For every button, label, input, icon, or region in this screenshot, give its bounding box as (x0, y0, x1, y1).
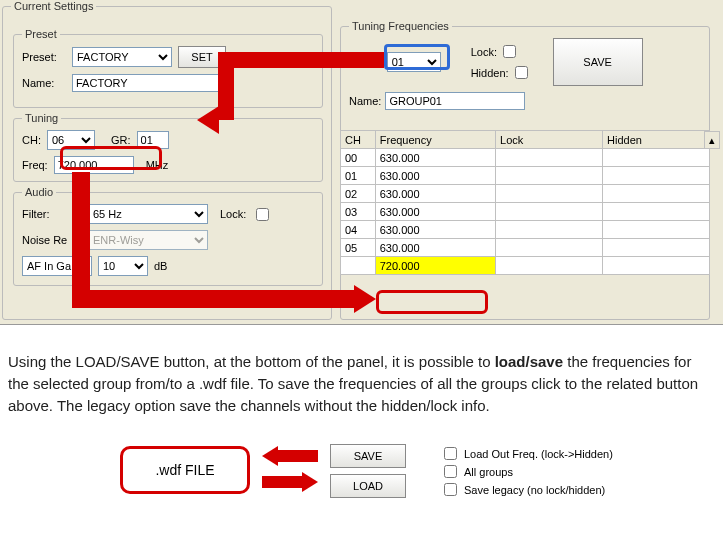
preset-name-label: Name: (22, 77, 66, 89)
afin-value-select[interactable]: 10 (98, 256, 148, 276)
cell-freq: 630.000 (375, 221, 495, 239)
cell-ch: 01 (341, 167, 376, 185)
cell-hidden (603, 239, 710, 257)
audio-legend: Audio (22, 186, 56, 198)
legacy-checkbox[interactable] (444, 483, 457, 496)
arrow-freq-to-table-v (72, 172, 90, 298)
tuning-group: Tuning CH: 06 GR: Freq: MHz (13, 112, 323, 182)
table-row[interactable]: 720.000 (341, 257, 710, 275)
audio-group: Audio Filter: 65 Hz Lock: Noise Re ENR-W… (13, 186, 323, 286)
preset-name-input[interactable] (72, 74, 222, 92)
cell-lock (496, 239, 603, 257)
ch-label: CH: (22, 134, 41, 146)
freq-unit: MHz (146, 159, 169, 171)
frequency-table[interactable]: CH Frequency Lock Hidden 00630.00001630.… (340, 130, 710, 275)
cell-lock (496, 185, 603, 203)
allgroups-label: All groups (464, 466, 513, 478)
cell-hidden (603, 203, 710, 221)
cell-hidden (603, 185, 710, 203)
cell-lock (496, 149, 603, 167)
diagram-save-button[interactable]: SAVE (330, 444, 406, 468)
cell-freq: 630.000 (375, 239, 495, 257)
afin-unit: dB (154, 260, 167, 272)
cell-ch: 02 (341, 185, 376, 203)
tuning-legend: Tuning (22, 112, 61, 124)
tf-lock-checkbox[interactable] (503, 45, 516, 58)
cell-ch: 04 (341, 221, 376, 239)
loadout-label: Load Out Freq. (lock->Hidden) (464, 448, 613, 460)
table-row[interactable]: 02630.000 (341, 185, 710, 203)
audio-lock-label: Lock: (220, 208, 246, 220)
description-paragraph: Using the LOAD/SAVE button, at the botto… (0, 325, 723, 426)
scroll-up-icon[interactable]: ▴ (704, 131, 720, 149)
settings-panel-screenshot: Current Settings Preset Preset: FACTORY … (0, 0, 723, 325)
gr-input[interactable] (137, 131, 169, 149)
noise-select[interactable]: ENR-Wisy (88, 230, 208, 250)
wdf-file-box: .wdf FILE (120, 446, 250, 494)
para-t1: Using the LOAD/SAVE button, at the botto… (8, 353, 495, 370)
cell-hidden (603, 167, 710, 185)
preset-label: Preset: (22, 51, 66, 63)
cell-freq: 630.000 (375, 203, 495, 221)
table-row[interactable]: 03630.000 (341, 203, 710, 221)
freq-label: Freq: (22, 159, 48, 171)
wdf-file-label: .wdf FILE (155, 462, 214, 478)
cell-hidden (603, 221, 710, 239)
table-header-row: CH Frequency Lock Hidden (341, 131, 710, 149)
cell-ch: 05 (341, 239, 376, 257)
table-row[interactable]: 01630.000 (341, 167, 710, 185)
cell-freq: 720.000 (375, 257, 495, 275)
arrow-from-wdf-shaft (262, 476, 302, 488)
gr-label: GR: (111, 134, 131, 146)
cell-ch: 03 (341, 203, 376, 221)
cell-lock (496, 203, 603, 221)
diagram-load-button[interactable]: LOAD (330, 474, 406, 498)
tf-group-select[interactable]: 01 (387, 52, 441, 72)
wdf-diagram: .wdf FILE SAVE LOAD Load Out Freq. (lock… (0, 426, 723, 516)
table-row[interactable]: 04630.000 (341, 221, 710, 239)
th-hidden: Hidden (603, 131, 710, 149)
arrow-group-to-gr-v (218, 52, 234, 120)
loadout-checkbox[interactable] (444, 447, 457, 460)
para-bold1: load/save (495, 353, 563, 370)
preset-group: Preset Preset: FACTORY SET Name: (13, 28, 323, 108)
cell-hidden (603, 149, 710, 167)
arrow-freq-to-table-tip (354, 285, 376, 313)
tf-hidden-checkbox[interactable] (515, 66, 528, 79)
cell-freq: 630.000 (375, 149, 495, 167)
ch-select[interactable]: 06 (47, 130, 95, 150)
audio-lock-checkbox[interactable] (256, 208, 269, 221)
arrow-freq-to-table-h (72, 290, 356, 308)
arrow-from-wdf-tip (302, 472, 318, 492)
cell-ch (341, 257, 376, 275)
arrow-group-to-gr-tip (197, 106, 219, 134)
current-settings-legend: Current Settings (11, 0, 96, 12)
tf-name-label: Name: (349, 95, 381, 107)
cell-ch: 00 (341, 149, 376, 167)
freq-input[interactable] (54, 156, 134, 174)
cell-lock (496, 221, 603, 239)
th-ch: CH (341, 131, 376, 149)
table-row[interactable]: 00630.000 (341, 149, 710, 167)
arrow-to-wdf-tip (262, 446, 278, 466)
legacy-label: Save legacy (no lock/hidden) (464, 484, 605, 496)
cell-lock (496, 167, 603, 185)
tf-save-button[interactable]: SAVE (553, 38, 643, 86)
cell-lock (496, 257, 603, 275)
current-settings-group: Current Settings Preset Preset: FACTORY … (2, 0, 332, 320)
th-frequency: Frequency (375, 131, 495, 149)
tf-hidden-label: Hidden: (471, 67, 509, 79)
allgroups-checkbox[interactable] (444, 465, 457, 478)
tf-name-input[interactable] (385, 92, 525, 110)
tuning-frequencies-legend: Tuning Frequencies (349, 20, 452, 32)
arrow-group-to-gr-h (218, 52, 384, 68)
cell-hidden (603, 257, 710, 275)
tf-lock-label: Lock: (471, 46, 497, 58)
filter-select[interactable]: 65 Hz (88, 204, 208, 224)
table-row[interactable]: 05630.000 (341, 239, 710, 257)
cell-freq: 630.000 (375, 185, 495, 203)
preset-select[interactable]: FACTORY (72, 47, 172, 67)
preset-legend: Preset (22, 28, 60, 40)
arrow-to-wdf-shaft (278, 450, 318, 462)
cell-freq: 630.000 (375, 167, 495, 185)
